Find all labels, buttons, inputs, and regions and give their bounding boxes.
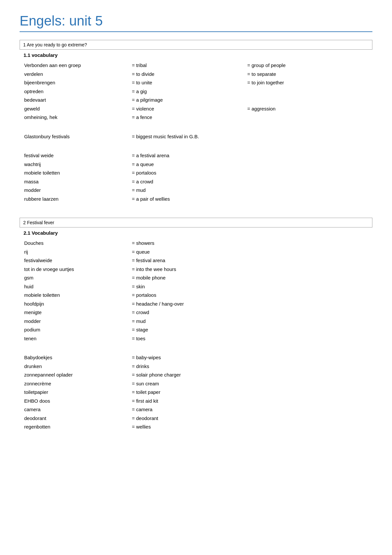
vocab-table-1-1: Verbonden aan een groep= tribal= group o… <box>23 61 369 122</box>
english-translation-1: = skin <box>131 282 246 291</box>
english-translation-2 <box>246 300 369 309</box>
dutch-term: geweld <box>23 105 131 113</box>
english-translation-1: = headache / hang-over <box>131 300 246 309</box>
dutch-term: drunken <box>23 362 131 371</box>
english-translation-2 <box>246 177 369 186</box>
dutch-term: Verbonden aan een groep <box>23 61 131 70</box>
dutch-term: deodorant <box>23 414 131 423</box>
english-translation-1: = deodorant <box>131 414 246 423</box>
dutch-term: bedevaart <box>23 96 131 105</box>
table-row: wachtrij= a queue <box>23 160 369 169</box>
english-translation-2: = to join together <box>246 78 369 87</box>
section-content-1: 1.1 vocabularyVerbonden aan een groep= t… <box>20 50 372 210</box>
table-row: rij= queue <box>23 248 369 257</box>
english-translation-1: = a queue <box>131 160 246 169</box>
english-translation-2 <box>246 265 369 274</box>
english-translation-2 <box>246 388 369 397</box>
dutch-term: regenbotten <box>23 423 131 431</box>
english-translation-1: = a crowd <box>131 177 246 186</box>
english-translation-1: = festival arena <box>131 256 246 265</box>
dutch-term: modder <box>23 317 131 326</box>
dutch-term: camera <box>23 405 131 414</box>
section-box-2: 2 Festival fever <box>20 218 372 227</box>
english-translation-2 <box>246 414 369 423</box>
vocab-table-2-2: Babydoekjes= baby-wipesdrunken= drinkszo… <box>23 353 369 431</box>
table-row: EHBO doos= first aid kit <box>23 397 369 406</box>
english-translation-2 <box>246 362 369 371</box>
english-translation-1: = baby-wipes <box>131 353 246 362</box>
english-translation-2 <box>246 282 369 291</box>
table-row: camera= camera <box>23 405 369 414</box>
dutch-term: tenen <box>23 334 131 343</box>
english-translation-2 <box>246 405 369 414</box>
english-translation-2 <box>246 160 369 169</box>
english-translation-1: = portaloos <box>131 169 246 177</box>
dutch-term: zonnepanneel oplader <box>23 371 131 379</box>
table-row: toiletpapier= toilet paper <box>23 388 369 397</box>
dutch-term: bijeenbrengen <box>23 78 131 87</box>
english-translation-2 <box>246 195 369 204</box>
english-translation-1: = crowd <box>131 308 246 317</box>
vocab-table-1-3: festival weide= a festival arenawachtrij… <box>23 151 369 203</box>
vocab-table-2-1: Douches= showersrij= queuefestivalweide=… <box>23 239 369 343</box>
dutch-term: podium <box>23 326 131 334</box>
english-translation-2 <box>246 274 369 282</box>
table-row: modder= mud <box>23 317 369 326</box>
english-translation-1: = portaloos <box>131 291 246 300</box>
english-translation-1: = mud <box>131 317 246 326</box>
english-translation-2 <box>246 87 369 96</box>
dutch-term: zonnecrème <box>23 379 131 388</box>
dutch-term: Babydoekjes <box>23 353 131 362</box>
section-heading-1: 1.1 vocabulary <box>23 52 369 58</box>
english-translation-2 <box>246 186 369 195</box>
english-translation-1: = to unite <box>131 78 246 87</box>
english-translation-1: = camera <box>131 405 246 414</box>
english-translation-2 <box>246 248 369 257</box>
dutch-term: tot in de vroege uurtjes <box>23 265 131 274</box>
english-translation-2 <box>246 169 369 177</box>
dutch-term: Douches <box>23 239 131 248</box>
english-translation-2 <box>246 379 369 388</box>
english-translation-2 <box>246 371 369 379</box>
english-translation-2 <box>246 113 369 122</box>
english-translation-2 <box>246 326 369 334</box>
table-row: Glastonbury festivals= biggest music fes… <box>23 132 369 141</box>
english-translation-1: = a pair of wellies <box>131 195 246 204</box>
english-translation-1: = showers <box>131 239 246 248</box>
dutch-term: omheining, hek <box>23 113 131 122</box>
table-row: geweld= violence= aggression <box>23 105 369 113</box>
english-translation-2 <box>246 353 369 362</box>
table-row: Verbonden aan een groep= tribal= group o… <box>23 61 369 70</box>
table-row: deodorant= deodorant <box>23 414 369 423</box>
english-translation-1: = a gig <box>131 87 246 96</box>
table-row: regenbotten= wellies <box>23 423 369 431</box>
table-row: massa= a crowd <box>23 177 369 186</box>
english-translation-1: = a fence <box>131 113 246 122</box>
dutch-term: hoofdpijn <box>23 300 131 309</box>
table-row: menigte= crowd <box>23 308 369 317</box>
dutch-term: toiletpapier <box>23 388 131 397</box>
english-translation-1: = a pilgrimage <box>131 96 246 105</box>
english-translation-2 <box>246 151 369 160</box>
dutch-term: festival weide <box>23 151 131 160</box>
english-translation-1: = solair phone charger <box>131 371 246 379</box>
dutch-term: huid <box>23 282 131 291</box>
dutch-term: menigte <box>23 308 131 317</box>
dutch-term: EHBO doos <box>23 397 131 406</box>
table-row: tenen= toes <box>23 334 369 343</box>
english-translation-1: = sun cream <box>131 379 246 388</box>
english-translation-1: = toes <box>131 334 246 343</box>
table-row: hoofdpijn= headache / hang-over <box>23 300 369 309</box>
english-translation-1: = tribal <box>131 61 246 70</box>
table-row: verdelen= to divide= to separate <box>23 70 369 79</box>
english-translation-1: = drinks <box>131 362 246 371</box>
english-translation-2 <box>246 334 369 343</box>
english-translation-1: = first aid kit <box>131 397 246 406</box>
english-translation-2 <box>246 239 369 248</box>
dutch-term: rubbere laarzen <box>23 195 131 204</box>
table-row: mobiele toiletten= portaloos <box>23 169 369 177</box>
table-row: Douches= showers <box>23 239 369 248</box>
table-row: bijeenbrengen= to unite= to join togethe… <box>23 78 369 87</box>
english-translation-2 <box>246 96 369 105</box>
dutch-term: wachtrij <box>23 160 131 169</box>
